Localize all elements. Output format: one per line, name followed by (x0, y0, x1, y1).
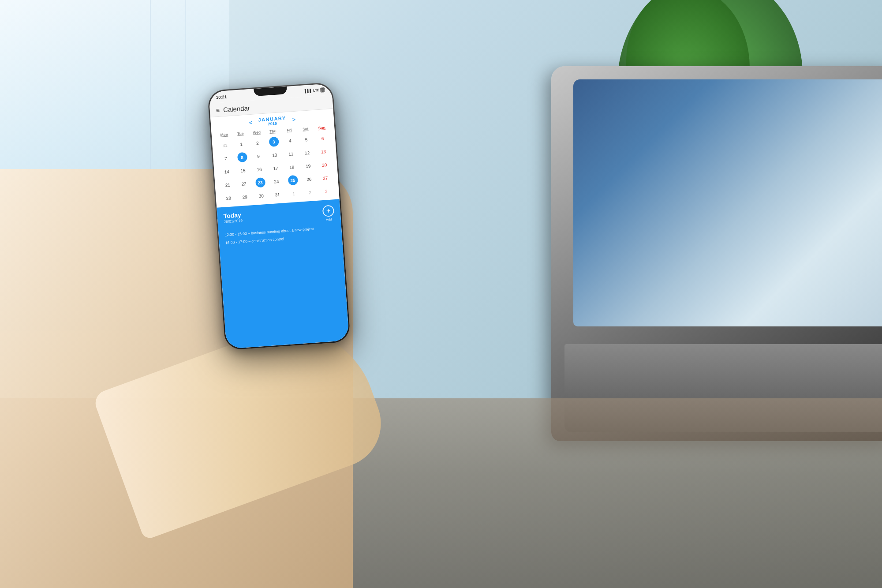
cal-cell-25[interactable]: 25 (284, 173, 301, 187)
cal-cell-23[interactable]: 23 (252, 176, 269, 190)
add-button-group[interactable]: + Add (322, 205, 335, 222)
day-header-thu: Thu (265, 127, 281, 135)
hamburger-icon[interactable]: ≡ (216, 106, 220, 114)
cal-cell-8[interactable]: 8 (234, 150, 251, 164)
day-header-sun: Sun (314, 124, 330, 132)
events-panel: Today 28/01/2019 + Add 12:30 - 15:00 – b… (217, 199, 349, 349)
battery-icon: ▓ (320, 87, 325, 93)
phone-screen: 10:21 ▌▌▌ LTE ▓ ≡ Calendar < JANU (209, 83, 349, 349)
cal-cell[interactable]: 28 (220, 191, 237, 205)
cal-cell[interactable]: 4 (281, 134, 299, 148)
cal-cell[interactable]: 1 (232, 137, 250, 151)
add-label: Add (326, 217, 332, 222)
signal-icon: ▌▌▌ (305, 89, 313, 93)
network-indicator: LTE (313, 88, 320, 92)
cal-cell-other[interactable]: 2 (301, 186, 318, 199)
cal-cell[interactable]: 21 (219, 178, 236, 192)
month-year-display: JANUARY 2019 (258, 115, 287, 127)
cal-cell[interactable]: 12 (299, 146, 316, 160)
cal-cell-sun[interactable]: 20 (316, 158, 333, 172)
day-header-mon: Mon (216, 131, 232, 139)
next-month-button[interactable]: > (292, 116, 295, 123)
cal-cell[interactable]: 16 (251, 163, 268, 176)
status-time: 10:21 (216, 94, 227, 100)
cal-cell[interactable]: 30 (253, 189, 270, 202)
notch (254, 86, 287, 96)
cal-cell[interactable]: 7 (217, 152, 235, 165)
events-date: 28/01/2019 (224, 218, 243, 224)
cal-cell[interactable]: 5 (298, 133, 315, 146)
cal-cell[interactable]: 24 (268, 175, 285, 188)
cal-cell-other[interactable]: 1 (285, 187, 303, 200)
events-today-section: Today 28/01/2019 (223, 211, 243, 224)
phone-shell: 10:21 ▌▌▌ LTE ▓ ≡ Calendar < JANU (207, 82, 351, 350)
add-event-button[interactable]: + (322, 205, 335, 217)
cal-cell[interactable]: 29 (236, 190, 254, 204)
cal-cell-sun[interactable]: 27 (317, 171, 334, 185)
cal-cell[interactable]: 22 (235, 177, 253, 191)
cal-cell[interactable]: 2 (249, 136, 266, 150)
bg-laptop-screen (573, 79, 882, 326)
cal-cell[interactable]: 9 (250, 150, 267, 163)
events-header: Today 28/01/2019 + Add (223, 205, 335, 228)
cal-cell-3[interactable]: 3 (265, 135, 282, 149)
cal-cell-other-sun[interactable]: 3 (318, 184, 335, 198)
status-icons: ▌▌▌ LTE ▓ (305, 87, 325, 94)
cal-cell[interactable]: 31 (269, 188, 286, 202)
calendar-grid: Mon Tue Wed Thu Fri Sat Sun 31 1 2 3 (211, 124, 339, 208)
cal-cell[interactable]: 19 (299, 159, 317, 173)
phone-container: 10:21 ▌▌▌ LTE ▓ ≡ Calendar < JANU (207, 82, 351, 350)
cal-cell[interactable]: 31 (217, 139, 234, 152)
day-header-fri: Fri (281, 126, 298, 135)
cal-cell-sun[interactable]: 6 (314, 131, 331, 145)
cal-cell[interactable]: 26 (300, 172, 318, 186)
cal-cell[interactable]: 14 (218, 165, 235, 179)
day-header-tue: Tue (232, 129, 249, 138)
prev-month-button[interactable]: < (249, 120, 252, 126)
day-header-sat: Sat (297, 125, 314, 133)
cal-cell[interactable]: 11 (282, 147, 299, 161)
day-header-wed: Wed (248, 128, 265, 137)
cal-cell[interactable]: 17 (267, 161, 284, 175)
cal-cell[interactable]: 10 (266, 148, 283, 162)
app-title: Calendar (223, 104, 250, 113)
cal-cell-sun[interactable]: 13 (315, 145, 332, 158)
cal-cell[interactable]: 15 (235, 164, 252, 177)
background-scene: 10:21 ▌▌▌ LTE ▓ ≡ Calendar < JANU (0, 0, 882, 588)
cal-cell[interactable]: 18 (283, 160, 300, 174)
